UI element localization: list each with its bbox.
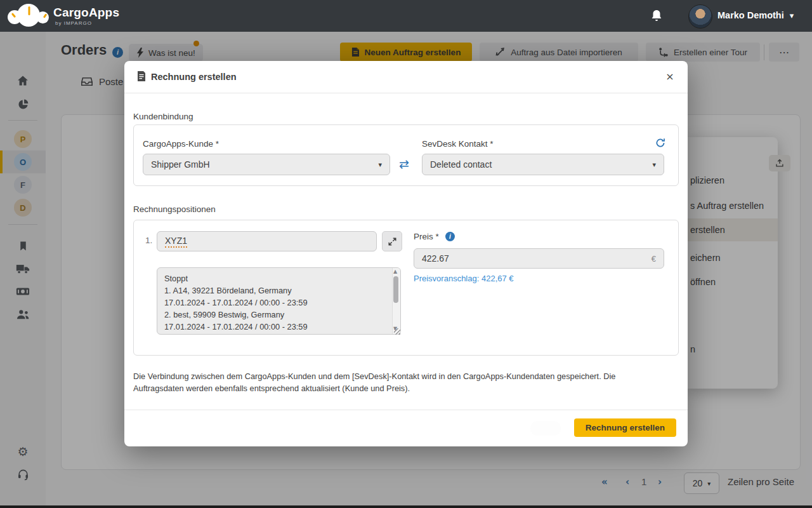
topbar: CargoApps by IMPARGO Marko Demothi ▾ (0, 0, 812, 32)
brand-name: CargoApps (53, 6, 119, 20)
position-index: 1. (145, 236, 152, 245)
gauge-icon (17, 4, 40, 27)
cargo-customer-value: Shipper GmbH (151, 159, 210, 170)
caret-up-icon: ▲ (393, 269, 397, 274)
modal-note: Die Verbindung zwischen dem CargoApps-Ku… (133, 370, 665, 394)
refresh-icon (655, 138, 665, 148)
sevdesk-contact-select[interactable]: Deleted contact ▾ (422, 154, 664, 175)
cancel-button[interactable] (530, 421, 561, 436)
brand-subtitle: by IMPARGO (55, 20, 92, 26)
notifications-button[interactable] (651, 10, 662, 25)
close-button[interactable]: × (662, 69, 678, 84)
app-root: CargoApps by IMPARGO Marko Demothi ▾ P (0, 0, 812, 508)
price-info-icon[interactable]: i (445, 232, 455, 241)
refresh-contacts-button[interactable] (655, 138, 665, 150)
cargo-customer-label: CargoApps-Kunde * (143, 139, 219, 149)
swap-icon[interactable]: ⇄ (399, 157, 409, 171)
modal-title: Rechnung erstellen (151, 72, 237, 82)
customer-binding-card: CargoApps-Kunde * Shipper GmbH ▾ ⇄ SevDe… (133, 124, 679, 186)
sevdesk-contact-value: Deleted contact (430, 159, 492, 170)
expand-position-button[interactable] (382, 231, 402, 251)
price-label: Preis * (414, 232, 439, 241)
position-name-value: XYZ1 (165, 236, 187, 248)
user-menu[interactable]: Marko Demothi ▾ (717, 10, 794, 20)
create-invoice-modal: Rechnung erstellen × Kundenbindung Cargo… (124, 61, 688, 446)
sevdesk-contact-label: SevDesk Kontakt * (422, 139, 494, 149)
invoice-positions-card: 1. XYZ1 Stoppt 1. A14, 39221 Bördeland, … (133, 220, 679, 356)
section-customer-label: Kundenbindung (133, 112, 193, 121)
modal-footer-divider (124, 410, 688, 410)
user-name: Marko Demothi (717, 10, 784, 20)
price-label-row: Preis * i (414, 232, 455, 241)
chevron-down-icon: ▾ (378, 161, 382, 169)
section-positions-label: Rechnungspositionen (133, 204, 216, 214)
position-name-input[interactable]: XYZ1 (157, 231, 377, 251)
currency-suffix: € (652, 254, 656, 264)
create-invoice-button[interactable]: Rechnung erstellen (574, 418, 676, 437)
bell-icon (651, 10, 662, 22)
price-input[interactable]: 422.67 € (414, 248, 664, 269)
invoice-icon (137, 70, 146, 84)
modal-header-divider (124, 93, 688, 93)
chevron-down-icon: ▾ (652, 161, 656, 169)
price-value: 422.67 (422, 253, 449, 264)
stops-textarea[interactable]: Stoppt 1. A14, 39221 Bördeland, Germany … (157, 267, 401, 335)
avatar[interactable] (688, 4, 712, 29)
bottom-edge (0, 505, 812, 508)
chevron-down-icon: ▾ (790, 11, 794, 20)
cargo-customer-select[interactable]: Shipper GmbH ▾ (143, 154, 390, 175)
price-estimate-link[interactable]: Preisvoranschlag: 422,67 € (414, 274, 514, 283)
expand-icon (388, 237, 396, 246)
resize-grip[interactable] (394, 328, 400, 335)
stops-scrollbar-thumb[interactable] (393, 276, 398, 303)
